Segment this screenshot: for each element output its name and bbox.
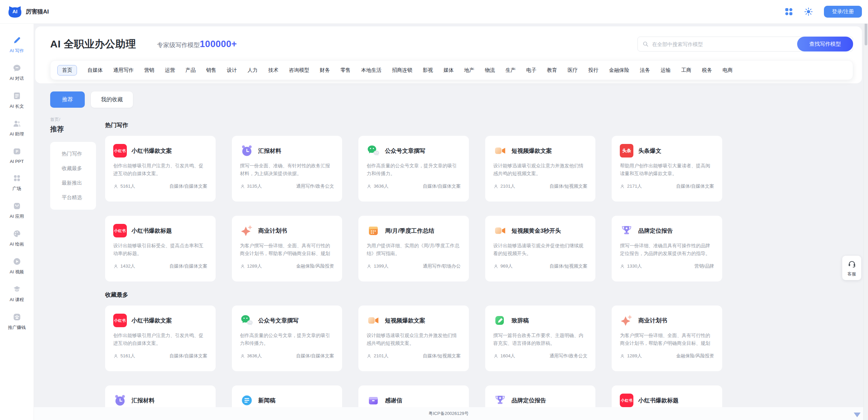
sidebar-item-pen[interactable]: AI 写作 xyxy=(0,31,34,59)
sidebar-item-palette[interactable]: AI 绘画 xyxy=(0,225,34,252)
left-sidebar: AI 写作 AI 对话 AI 长文 AI 助理 P AI PPT 广场 AI 应… xyxy=(0,24,34,420)
category-tab[interactable]: 产品 xyxy=(185,67,196,74)
model-card[interactable]: 短视频爆款文案 设计能够迅速吸引观众注意力并激发他们情感共鸣的短视频文案。 21… xyxy=(485,136,596,202)
category-tab[interactable]: 法务 xyxy=(640,67,650,74)
model-card[interactable]: 短视频黄金3秒开头 设计出能够迅速吸引观众并促使他们继续观看的短视频开头。 96… xyxy=(485,216,596,281)
model-card[interactable]: 小红书 小红书爆款文案 创作出能够吸引用户注意力、引发共鸣、促进互动的自媒体文案… xyxy=(105,306,216,371)
category-tab[interactable]: 物流 xyxy=(485,67,495,74)
side-menu-item[interactable]: 平台精选 xyxy=(50,190,96,205)
sidebar-item-square[interactable]: 广场 xyxy=(0,169,34,197)
category-tab[interactable]: 技术 xyxy=(268,67,278,74)
category-tab[interactable]: 运营 xyxy=(165,67,175,74)
sidebar-item-label: AI PPT xyxy=(10,159,24,164)
cards-grid: 小红书 小红书爆款文案 创作出能够吸引用户注意力、引发共鸣、促进互动的自媒体文案… xyxy=(105,136,722,281)
side-menu-item[interactable]: 最新推出 xyxy=(50,176,96,190)
category-tab[interactable]: 地产 xyxy=(464,67,474,74)
page: AI 厉害猫AI 登录/注册 AI 写作 AI 对话 AI 长文 AI 助理 P… xyxy=(0,0,868,420)
category-tab[interactable]: 生产 xyxy=(506,67,516,74)
breadcrumb[interactable]: 首页/ xyxy=(50,117,96,123)
model-title: 商业计划书 xyxy=(258,227,287,235)
category-tab[interactable]: 通用写作 xyxy=(113,67,134,74)
customer-service-button[interactable]: 客服 xyxy=(842,256,861,280)
model-card[interactable]: 短视频爆款文案 设计能够迅速吸引观众注意力并激发他们情感共鸣的短视频文案。 21… xyxy=(358,306,469,371)
category-tab[interactable]: 电子 xyxy=(526,67,536,74)
search-button[interactable]: 查找写作模型 xyxy=(797,37,853,51)
category-tab[interactable]: 媒体 xyxy=(443,67,454,74)
theme-sun-icon[interactable] xyxy=(804,7,813,16)
category-tab[interactable]: 金融保险 xyxy=(609,67,629,74)
model-card[interactable]: 品牌定位报告 撰写一份详细、准确且具有可操作性的品牌定位报告，为品牌的发展提供有… xyxy=(612,216,722,281)
recommend-filter-button[interactable]: 推荐 xyxy=(50,91,85,108)
person-icon xyxy=(113,354,118,359)
category-tab[interactable]: 咨询模型 xyxy=(289,67,309,74)
category-tab[interactable]: 营销 xyxy=(144,67,154,74)
category-tab[interactable]: 工商 xyxy=(681,67,691,74)
category-tab[interactable]: 影视 xyxy=(423,67,433,74)
pen-icon xyxy=(13,36,21,45)
sidebar-item-assistant[interactable]: AI 助理 xyxy=(0,114,34,142)
category-tab[interactable]: 本地生活 xyxy=(361,67,381,74)
category-tab[interactable]: 招商连锁 xyxy=(392,67,412,74)
category-tab[interactable]: 财务 xyxy=(320,67,330,74)
category-tab[interactable]: 销售 xyxy=(206,67,216,74)
model-title: 新闻稿 xyxy=(258,397,276,404)
model-category: 自媒体/短视频文案 xyxy=(550,263,588,269)
category-tab[interactable]: 设计 xyxy=(227,67,237,74)
category-tab[interactable]: 首页 xyxy=(57,65,77,76)
person-icon xyxy=(493,264,498,269)
model-card[interactable]: 小红书 小红书爆款文案 创作出能够吸引用户注意力、引发共鸣、促进互动的自媒体文案… xyxy=(105,136,216,202)
category-tab[interactable]: 自媒体 xyxy=(87,67,103,74)
category-tab[interactable]: 电商 xyxy=(723,67,733,74)
login-register-button[interactable]: 登录/注册 xyxy=(824,6,862,18)
model-card[interactable]: 致辞稿 撰写一篇符合政务工作要求、主题明确、内容充实、语言得体的致辞稿。 160… xyxy=(485,306,596,371)
hero-panel: AI 全职业办公助理 专家级写作模型 100000+ 查找写作模型 首页自媒体通… xyxy=(35,26,862,83)
category-tab[interactable]: 教育 xyxy=(547,67,557,74)
model-card[interactable]: 汇报材料 撰写一份全面、准确、有针对性的政务汇报材料，为上级决策提供依据。 31… xyxy=(232,136,342,202)
apps-grid-icon[interactable] xyxy=(785,7,793,16)
sidebar-item-longdoc[interactable]: AI 长文 xyxy=(0,87,34,114)
model-card[interactable]: 商业计划书 为客户撰写一份详细、全面、具有可行性的商业计划书，帮助客户明确商业目… xyxy=(612,306,722,371)
model-card[interactable]: 商业计划书 为客户撰写一份详细、全面、具有可行性的商业计划书，帮助客户明确商业目… xyxy=(232,216,342,281)
side-menu-item[interactable]: 热门写作 xyxy=(50,147,96,161)
category-tab[interactable]: 人力 xyxy=(248,67,258,74)
chat-icon xyxy=(13,64,21,72)
xiaohongshu-badge-icon: 小红书 xyxy=(113,224,127,237)
category-tab[interactable]: 投行 xyxy=(588,67,598,74)
person-icon xyxy=(240,264,245,269)
headset-icon xyxy=(848,259,856,268)
model-users: 969人 xyxy=(493,263,513,269)
model-card[interactable]: 公众号文章撰写 创作高质量的公众号文章，提升文章的吸引力和传播力。 3636人 … xyxy=(232,306,342,371)
model-title: 品牌定位报告 xyxy=(512,397,546,404)
sidebar-item-label: 推广赚钱 xyxy=(8,324,26,331)
category-tab[interactable]: 运输 xyxy=(660,67,671,74)
model-description: 创作出能够吸引用户注意力、引发共鸣、促进互动的自媒体文案。 xyxy=(113,332,208,347)
model-card[interactable]: 头条 头条爆文 帮助用户创作出能够吸引大量读者、提高阅读量和互动率的爆款文章。 … xyxy=(612,136,722,202)
model-card[interactable]: 周/月/季度工作总结 为用户提供详细、实用的《周/月/季度工作总结》撰写指南。 … xyxy=(358,216,469,281)
appbag-icon xyxy=(13,202,21,210)
sidebar-item-play[interactable]: AI 视频 xyxy=(0,252,34,280)
model-section: 收藏最多 小红书 小红书爆款文案 创作出能够吸引用户注意力、引发共鸣、促进互动的… xyxy=(105,291,722,420)
favorites-filter-button[interactable]: 我的收藏 xyxy=(91,91,133,108)
brand[interactable]: AI 厉害猫AI xyxy=(8,5,49,18)
model-sections: 热门写作 小红书 小红书爆款文案 创作出能够吸引用户注意力、引发共鸣、促进互动的… xyxy=(105,117,722,420)
model-description: 为用户提供详细、实用的《周/月/季度工作总结》撰写指南。 xyxy=(367,242,461,257)
trophy-icon xyxy=(620,224,633,237)
sidebar-item-ppt[interactable]: P AI PPT xyxy=(0,142,34,169)
model-card[interactable]: 小红书 小红书爆款标题 设计出能够吸引目标受众、提高点击率和互动率的标题。 14… xyxy=(105,216,216,281)
model-users: 1604人 xyxy=(493,353,515,359)
promote-icon xyxy=(13,313,21,321)
sidebar-item-appbag[interactable]: AI 应用 xyxy=(0,197,34,225)
sidebar-item-course[interactable]: AI 课程 xyxy=(0,280,34,308)
model-title: 短视频爆款文案 xyxy=(512,147,552,155)
scrollbar[interactable] xyxy=(863,0,868,420)
sidebar-item-promote[interactable]: 推广赚钱 xyxy=(0,308,34,336)
sidebar-item-label: AI 长文 xyxy=(10,103,24,109)
side-menu-item[interactable]: 收藏最多 xyxy=(50,161,96,176)
sidebar-item-chat[interactable]: AI 对话 xyxy=(0,59,34,87)
category-tab[interactable]: 税务 xyxy=(702,67,712,74)
search-icon xyxy=(642,41,649,47)
category-tab[interactable]: 医疗 xyxy=(568,67,578,74)
model-card[interactable]: 公众号文章撰写 创作高质量的公众号文章，提升文章的吸引力和传播力。 3636人 … xyxy=(358,136,469,202)
model-description: 创作高质量的公众号文章，提升文章的吸引力和传播力。 xyxy=(240,332,334,347)
category-tab[interactable]: 零售 xyxy=(340,67,351,74)
